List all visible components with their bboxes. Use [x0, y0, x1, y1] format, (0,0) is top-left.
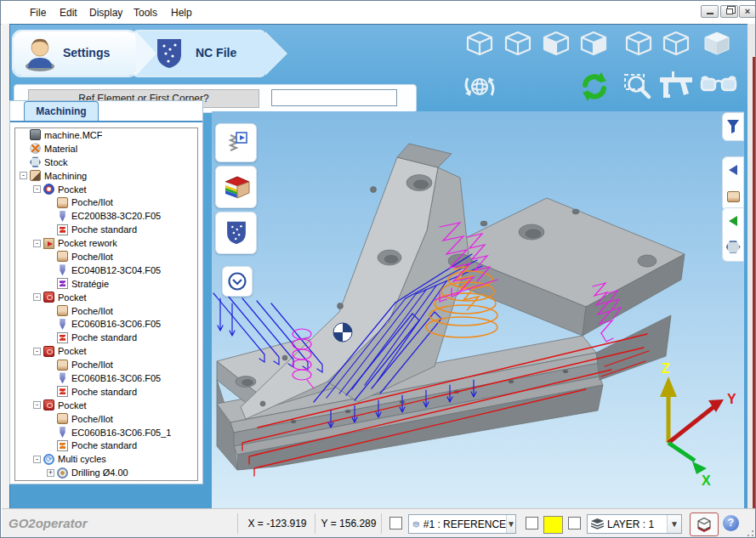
tree-item-label: Stratégie	[71, 279, 109, 289]
tree-expander[interactable]: +	[47, 469, 54, 477]
zoom-fit-icon[interactable]	[621, 71, 655, 107]
tree-item[interactable]: EC200B38-3C20.F05	[15, 209, 197, 223]
tree-item[interactable]: EC060B16-3C06.F05	[15, 371, 197, 385]
tree-item[interactable]: Poche/Ilot	[15, 195, 197, 209]
tree-item[interactable]: - Pocket	[15, 399, 197, 412]
breadcrumb-settings[interactable]: Settings	[14, 31, 136, 76]
tree-expander[interactable]: -	[33, 401, 41, 409]
nc-file-label: NC File	[196, 46, 236, 59]
minimize-button[interactable]	[701, 5, 719, 18]
poche-flap[interactable]	[722, 156, 744, 211]
tree-item[interactable]: Stratégie	[15, 277, 197, 291]
tree-expander[interactable]: -	[33, 293, 41, 301]
tree-expander[interactable]: -	[20, 172, 27, 179]
tree-item[interactable]: - Machining	[15, 169, 197, 183]
tree-expander[interactable]: -	[33, 185, 41, 193]
tree-item-label: Poche/Ilot	[71, 252, 113, 262]
tree-item[interactable]: Material	[15, 142, 197, 156]
menu-tools[interactable]: Tools	[131, 6, 160, 20]
rotate-globe-icon[interactable]	[463, 71, 497, 107]
tree-expander[interactable]: -	[33, 348, 41, 355]
tool-icon	[57, 264, 68, 275]
tool-icon	[57, 211, 68, 222]
tab-machining[interactable]: Machining	[24, 101, 99, 122]
reference-select[interactable]: #1 : REFERENCE ▼	[408, 514, 516, 534]
tree-item[interactable]: - Multi cycles	[15, 452, 197, 466]
tree-item[interactable]: Poche/Ilot	[15, 358, 197, 371]
layer-checkbox[interactable]	[568, 517, 581, 530]
collapse-panel-button[interactable]	[222, 266, 253, 297]
tool-icon	[57, 319, 68, 330]
color-layers-button[interactable]	[215, 166, 257, 208]
layer-select[interactable]: LAYER : 1 ▼	[587, 514, 682, 534]
solid-cube-toggle-button[interactable]	[690, 513, 719, 536]
head-icon	[57, 360, 68, 371]
menu-file[interactable]: File	[27, 6, 48, 20]
refresh-icon[interactable]	[578, 70, 611, 107]
tree-item[interactable]: machine.MCF	[15, 128, 197, 142]
view-left-cube-icon[interactable]	[537, 29, 575, 61]
color-checkbox[interactable]	[526, 517, 538, 530]
tree-item[interactable]: Poche standard	[15, 385, 197, 399]
menu-help[interactable]: Help	[168, 6, 195, 20]
close-button[interactable]: ×	[739, 5, 756, 18]
stock-flap[interactable]	[722, 207, 744, 262]
view-glasses-icon[interactable]	[699, 72, 738, 101]
measure-caliper-icon[interactable]	[658, 70, 696, 107]
axis-y-label: Y	[727, 392, 736, 406]
app-name: GO2operator	[9, 516, 88, 530]
status-bar: GO2operator X = -123.919 Y = 156.289 #1 …	[2, 508, 756, 538]
tree-item[interactable]: - Pocket	[15, 291, 197, 304]
collapse-left-blue-icon	[729, 165, 737, 175]
menu-edit[interactable]: Edit	[57, 6, 80, 20]
tree-expander[interactable]: -	[33, 240, 41, 247]
window-left-frame	[2, 24, 9, 508]
tree-item[interactable]: Poche standard	[15, 439, 197, 452]
restore-button[interactable]	[720, 5, 738, 18]
tree-item[interactable]: + Drilling Ø4.00	[15, 466, 197, 479]
tree-item-label: Drilling Ø4.00	[71, 467, 128, 478]
tree-item[interactable]: - Pocket rework	[15, 236, 197, 250]
menu-display[interactable]: Display	[87, 6, 125, 20]
view-bottom-cube-icon[interactable]	[657, 29, 695, 61]
view-iso-solid-cube-icon[interactable]	[698, 29, 736, 61]
stock-icon	[30, 156, 41, 167]
3d-scene: Z Y X	[212, 111, 744, 508]
nc-shield-button[interactable]	[215, 212, 257, 254]
tree-item[interactable]: - Pocket	[15, 183, 197, 196]
help-button[interactable]: ?	[723, 515, 739, 531]
tree-item[interactable]: Poche/Ilot	[15, 250, 197, 263]
tree-item[interactable]: EC060B16-3C06.F05_1	[15, 426, 197, 439]
3d-viewport[interactable]: Z Y X	[212, 111, 744, 508]
stock-hexagon-icon	[726, 241, 741, 254]
view-right-cube-icon[interactable]	[575, 29, 612, 61]
tree-item[interactable]: Poche/Ilot	[15, 412, 197, 426]
tree-expander[interactable]: -	[33, 456, 41, 463]
tool-icon	[57, 372, 68, 383]
dropdown-arrow-icon: ▼	[667, 515, 681, 533]
filter-flap[interactable]	[722, 112, 744, 141]
tree-item[interactable]: EC040B12-3C04.F05	[15, 263, 197, 277]
tree-item-label: Multi cycles	[58, 454, 106, 464]
simulation-play-button[interactable]	[215, 123, 257, 162]
machine-icon	[30, 129, 41, 140]
flag-purple-icon	[57, 278, 68, 289]
tree-item-label: machine.MCF	[44, 130, 102, 140]
view-top-cube-icon[interactable]	[620, 29, 657, 61]
tree-item[interactable]: Poche standard	[15, 223, 197, 236]
color-swatch-yellow[interactable]	[543, 516, 563, 534]
tree-item[interactable]: - Pocket	[15, 344, 197, 358]
reference-checkbox[interactable]	[389, 517, 402, 530]
prompt-input[interactable]	[271, 89, 397, 106]
tree-item[interactable]: Stock	[15, 156, 197, 169]
tree-item[interactable]: Poche/Ilot	[15, 304, 197, 318]
view-back-cube-icon[interactable]	[499, 29, 537, 61]
breadcrumb-nc-file-tip	[264, 31, 286, 76]
poche-head-icon	[727, 191, 740, 202]
tree-item-label: Material	[44, 144, 77, 154]
tree-item-label: Poche standard	[71, 440, 137, 450]
view-front-cube-icon[interactable]	[461, 29, 498, 61]
resize-grip[interactable]	[743, 526, 753, 536]
tree-item[interactable]: Poche standard	[15, 331, 197, 344]
tree-item[interactable]: EC060B16-3C06.F05	[15, 317, 197, 331]
